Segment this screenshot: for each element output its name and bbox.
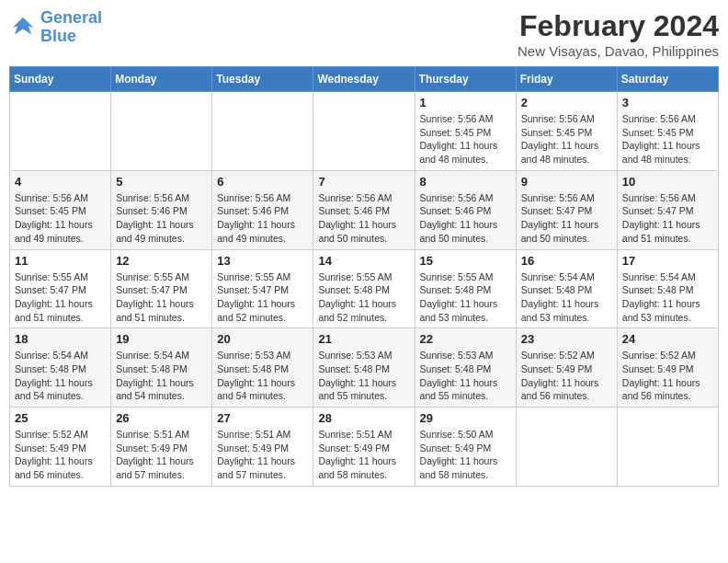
day-info: Sunrise: 5:55 AM Sunset: 5:47 PM Dayligh… (15, 270, 106, 325)
calendar-cell: 14Sunrise: 5:55 AM Sunset: 5:48 PM Dayli… (313, 249, 415, 328)
logo-icon (9, 14, 37, 41)
day-number: 11 (15, 254, 106, 268)
location: New Visayas, Davao, Philippines (518, 43, 719, 59)
calendar-cell: 17Sunrise: 5:54 AM Sunset: 5:48 PM Dayli… (617, 249, 718, 328)
calendar-day-header: Monday (111, 67, 212, 92)
calendar-cell (111, 92, 212, 171)
logo-line2: Blue (40, 27, 76, 45)
day-info: Sunrise: 5:56 AM Sunset: 5:45 PM Dayligh… (521, 112, 612, 167)
calendar-cell: 4Sunrise: 5:56 AM Sunset: 5:45 PM Daylig… (10, 170, 111, 249)
day-info: Sunrise: 5:51 AM Sunset: 5:49 PM Dayligh… (217, 428, 308, 482)
day-number: 13 (217, 254, 308, 268)
day-number: 21 (318, 332, 409, 346)
calendar-week-row: 25Sunrise: 5:52 AM Sunset: 5:49 PM Dayli… (10, 408, 719, 487)
day-number: 5 (116, 175, 207, 189)
calendar-cell: 9Sunrise: 5:56 AM Sunset: 5:47 PM Daylig… (516, 170, 617, 249)
day-info: Sunrise: 5:54 AM Sunset: 5:48 PM Dayligh… (622, 270, 713, 325)
calendar-cell: 11Sunrise: 5:55 AM Sunset: 5:47 PM Dayli… (10, 249, 111, 328)
calendar-day-header: Saturday (617, 67, 718, 92)
day-info: Sunrise: 5:54 AM Sunset: 5:48 PM Dayligh… (116, 349, 207, 403)
calendar-cell: 24Sunrise: 5:52 AM Sunset: 5:49 PM Dayli… (617, 328, 718, 408)
calendar-cell: 26Sunrise: 5:51 AM Sunset: 5:49 PM Dayli… (111, 408, 212, 487)
day-number: 12 (116, 254, 207, 268)
day-number: 16 (521, 254, 612, 268)
calendar-cell: 20Sunrise: 5:53 AM Sunset: 5:48 PM Dayli… (212, 328, 313, 408)
calendar-day-header: Tuesday (212, 67, 313, 92)
day-number: 14 (318, 254, 409, 268)
day-number: 8 (420, 175, 511, 189)
calendar-cell: 5Sunrise: 5:56 AM Sunset: 5:46 PM Daylig… (111, 170, 212, 249)
calendar-cell: 27Sunrise: 5:51 AM Sunset: 5:49 PM Dayli… (212, 408, 313, 487)
day-number: 17 (622, 254, 713, 268)
day-info: Sunrise: 5:55 AM Sunset: 5:48 PM Dayligh… (420, 270, 511, 325)
day-info: Sunrise: 5:53 AM Sunset: 5:48 PM Dayligh… (217, 349, 308, 403)
calendar-cell: 3Sunrise: 5:56 AM Sunset: 5:45 PM Daylig… (617, 92, 718, 171)
calendar-table: SundayMondayTuesdayWednesdayThursdayFrid… (9, 66, 719, 487)
day-number: 9 (521, 175, 612, 189)
day-number: 3 (622, 96, 713, 109)
day-info: Sunrise: 5:56 AM Sunset: 5:45 PM Dayligh… (15, 191, 106, 246)
calendar-cell: 7Sunrise: 5:56 AM Sunset: 5:46 PM Daylig… (313, 170, 415, 249)
day-info: Sunrise: 5:56 AM Sunset: 5:46 PM Dayligh… (116, 191, 207, 246)
day-number: 27 (217, 411, 308, 425)
day-info: Sunrise: 5:53 AM Sunset: 5:48 PM Dayligh… (420, 349, 511, 403)
svg-marker-0 (13, 17, 34, 35)
calendar-cell: 28Sunrise: 5:51 AM Sunset: 5:49 PM Dayli… (313, 408, 415, 487)
day-number: 1 (420, 96, 511, 109)
calendar-cell: 10Sunrise: 5:56 AM Sunset: 5:47 PM Dayli… (617, 170, 718, 249)
day-info: Sunrise: 5:53 AM Sunset: 5:48 PM Dayligh… (318, 349, 409, 403)
calendar-cell (10, 92, 111, 171)
calendar-cell: 2Sunrise: 5:56 AM Sunset: 5:45 PM Daylig… (516, 92, 617, 171)
month-year: February 2024 (518, 9, 719, 43)
calendar-cell: 16Sunrise: 5:54 AM Sunset: 5:48 PM Dayli… (516, 249, 617, 328)
logo-line1: General (40, 8, 102, 27)
day-number: 22 (420, 332, 511, 346)
calendar-cell: 1Sunrise: 5:56 AM Sunset: 5:45 PM Daylig… (415, 92, 516, 171)
day-info: Sunrise: 5:55 AM Sunset: 5:47 PM Dayligh… (116, 270, 207, 325)
day-info: Sunrise: 5:56 AM Sunset: 5:47 PM Dayligh… (521, 191, 612, 246)
day-number: 18 (15, 332, 106, 346)
day-info: Sunrise: 5:55 AM Sunset: 5:48 PM Dayligh… (318, 270, 409, 325)
calendar-cell (617, 408, 718, 487)
logo-text: General Blue (40, 9, 102, 46)
day-info: Sunrise: 5:54 AM Sunset: 5:48 PM Dayligh… (521, 270, 612, 325)
calendar-cell (516, 408, 617, 487)
calendar-body: 1Sunrise: 5:56 AM Sunset: 5:45 PM Daylig… (10, 92, 719, 487)
day-number: 23 (521, 332, 612, 346)
day-info: Sunrise: 5:52 AM Sunset: 5:49 PM Dayligh… (15, 428, 106, 482)
day-number: 28 (318, 411, 409, 425)
calendar-cell (313, 92, 415, 171)
calendar-week-row: 11Sunrise: 5:55 AM Sunset: 5:47 PM Dayli… (10, 249, 719, 328)
calendar-cell: 23Sunrise: 5:52 AM Sunset: 5:49 PM Dayli… (516, 328, 617, 408)
day-number: 7 (318, 175, 409, 189)
calendar-cell: 6Sunrise: 5:56 AM Sunset: 5:46 PM Daylig… (212, 170, 313, 249)
calendar-cell: 19Sunrise: 5:54 AM Sunset: 5:48 PM Dayli… (111, 328, 212, 408)
calendar-day-header: Friday (516, 67, 617, 92)
calendar-cell (212, 92, 313, 171)
calendar-week-row: 1Sunrise: 5:56 AM Sunset: 5:45 PM Daylig… (10, 92, 719, 171)
day-number: 26 (116, 411, 207, 425)
day-info: Sunrise: 5:56 AM Sunset: 5:45 PM Dayligh… (420, 112, 511, 167)
day-number: 2 (521, 96, 612, 109)
calendar-cell: 12Sunrise: 5:55 AM Sunset: 5:47 PM Dayli… (111, 249, 212, 328)
calendar-cell: 22Sunrise: 5:53 AM Sunset: 5:48 PM Dayli… (415, 328, 516, 408)
calendar-cell: 13Sunrise: 5:55 AM Sunset: 5:47 PM Dayli… (212, 249, 313, 328)
day-info: Sunrise: 5:52 AM Sunset: 5:49 PM Dayligh… (521, 349, 612, 403)
day-info: Sunrise: 5:50 AM Sunset: 5:49 PM Dayligh… (420, 428, 511, 482)
calendar-day-header: Wednesday (313, 67, 415, 92)
day-info: Sunrise: 5:54 AM Sunset: 5:48 PM Dayligh… (15, 349, 106, 403)
day-info: Sunrise: 5:52 AM Sunset: 5:49 PM Dayligh… (622, 349, 713, 403)
day-number: 29 (420, 411, 511, 425)
calendar-day-header: Thursday (415, 67, 516, 92)
day-number: 10 (622, 175, 713, 189)
calendar-cell: 25Sunrise: 5:52 AM Sunset: 5:49 PM Dayli… (10, 408, 111, 487)
day-number: 19 (116, 332, 207, 346)
calendar-cell: 29Sunrise: 5:50 AM Sunset: 5:49 PM Dayli… (415, 408, 516, 487)
calendar-week-row: 18Sunrise: 5:54 AM Sunset: 5:48 PM Dayli… (10, 328, 719, 408)
day-info: Sunrise: 5:51 AM Sunset: 5:49 PM Dayligh… (318, 428, 409, 482)
calendar-cell: 21Sunrise: 5:53 AM Sunset: 5:48 PM Dayli… (313, 328, 415, 408)
day-number: 6 (217, 175, 308, 189)
day-number: 15 (420, 254, 511, 268)
title-area: February 2024 New Visayas, Davao, Philip… (518, 9, 719, 59)
day-info: Sunrise: 5:55 AM Sunset: 5:47 PM Dayligh… (217, 270, 308, 325)
